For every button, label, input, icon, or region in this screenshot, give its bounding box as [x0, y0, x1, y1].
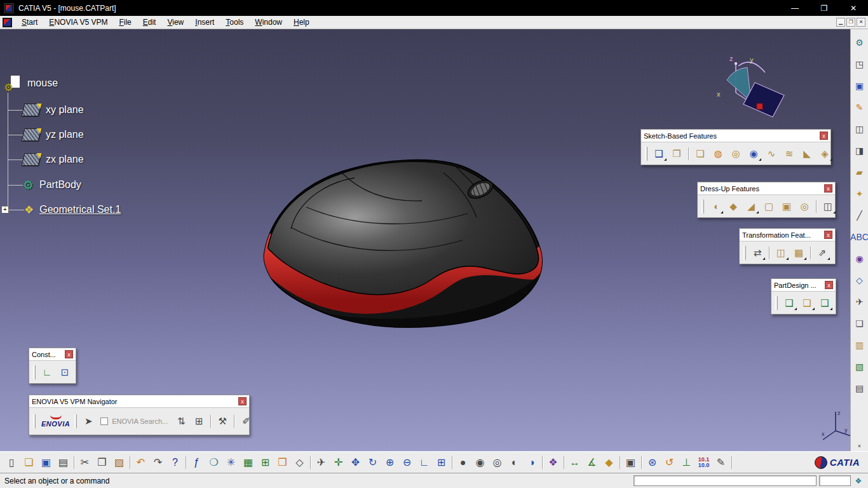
power-input[interactable] [819, 475, 851, 486]
scaling-icon[interactable]: ⇗ [814, 245, 831, 261]
zoom-out-icon[interactable]: ⊖ [398, 454, 416, 471]
enovia-connect-icon[interactable]: ➤ [80, 414, 97, 430]
menu-file[interactable]: File [113, 16, 137, 29]
rectangular-pattern-icon[interactable]: ▦ [790, 245, 807, 261]
catalog-browser-icon[interactable]: ❒ [274, 454, 291, 471]
tree-item-partbody[interactable]: PartBody [39, 179, 81, 191]
toolbar-transformation-features[interactable]: Transformation Feat... x ⇄ ◫ ▦ ⇗ [739, 228, 836, 264]
cut-icon[interactable]: ✂ [76, 454, 93, 471]
shading-edges-icon[interactable]: ◉ [471, 454, 489, 471]
table-edit-icon[interactable]: ⊞ [257, 454, 274, 471]
close-toolbar-button[interactable]: x [824, 184, 832, 193]
surfaces-icon[interactable]: ◨ [853, 144, 867, 158]
grid-icon[interactable]: ▥ [853, 338, 867, 352]
drafted-filleted-pad-icon[interactable]: ❒ [668, 146, 685, 161]
tree-expand-button[interactable]: + [1, 206, 9, 214]
render-style-icon[interactable]: ◐ [506, 454, 523, 471]
edge-fillet-icon[interactable]: ◖ [707, 198, 724, 214]
menu-window[interactable]: Window [249, 16, 288, 29]
vpm-save-icon[interactable]: ⚒ [214, 414, 231, 430]
toolbar-dress-up-features[interactable]: Dress-Up Features x ◖ ◆ ◢ ▢ ▣ ◎ ◫ [697, 182, 836, 218]
paste-icon[interactable]: ▨ [111, 454, 128, 471]
swap-visible-space-icon[interactable]: ❖ [545, 454, 562, 471]
tree-item-zx-plane[interactable]: zx plane [46, 154, 84, 165]
menu-insert[interactable]: Insert [189, 16, 220, 29]
chamfer-icon[interactable]: ◆ [725, 198, 742, 214]
toolbar-sketch-based-features[interactable]: Sketch-Based Features x ❑ ❒ ❏ ◍ ◎ ◉ ∿ ≋ … [641, 129, 831, 165]
toolbar-title-bar[interactable]: Const... x [29, 348, 76, 361]
fit-all-in-icon[interactable]: ✛ [330, 454, 347, 471]
shading-icon[interactable]: ● [454, 454, 471, 471]
doc-restore-button[interactable]: ❐ [846, 18, 855, 27]
geometrical-set-icon[interactable]: ❖ [24, 205, 34, 215]
stiffener-icon[interactable]: ◣ [799, 146, 815, 161]
zx-plane-icon[interactable] [22, 153, 42, 166]
knowledge-inspector-icon[interactable]: ✳ [222, 454, 240, 471]
mirror-icon[interactable]: ◫ [773, 245, 789, 261]
tree-item-xy-plane[interactable]: xy plane [46, 104, 84, 116]
reference-plane-icon[interactable]: ▰ [853, 165, 867, 179]
apply-material-icon[interactable]: ◉ [853, 252, 867, 266]
hide-show-icon[interactable]: ◑ [523, 454, 540, 471]
close-toolbar-button[interactable]: x [824, 231, 832, 239]
multi-pad-icon[interactable]: ◫ [853, 122, 867, 136]
redo-icon[interactable]: ↷ [149, 454, 166, 471]
vpm-attributes-icon[interactable]: ⇅ [173, 414, 189, 430]
close-toolbar-button[interactable]: x [65, 350, 73, 358]
menu-tools[interactable]: Tools [220, 16, 249, 29]
toolbar-grip[interactable] [645, 147, 648, 161]
new-document-icon[interactable]: ▯ [3, 454, 20, 471]
toolbar-title-bar[interactable]: Dress-Up Features x [698, 182, 835, 195]
3d-viewport[interactable]: ⚙ mouse xy plane yz plane zx plane ⚙ Par… [0, 29, 850, 451]
fly-mode-icon[interactable]: ✈ [313, 454, 330, 471]
mass-properties-icon[interactable]: ◆ [600, 454, 618, 471]
xy-plane-icon[interactable] [22, 104, 42, 116]
annotate-icon[interactable]: ✎ [712, 454, 729, 471]
close-button[interactable]: ✕ [839, 0, 868, 16]
library-icon[interactable]: ◇ [291, 454, 308, 471]
draft-angle-icon[interactable]: ◢ [743, 198, 759, 214]
constraint-icon[interactable]: ∟ [39, 364, 55, 380]
toolbar-overflow-indicator[interactable]: × [858, 443, 861, 449]
rotate-icon[interactable]: ↻ [364, 454, 381, 471]
session-replay-icon[interactable]: ↺ [661, 454, 678, 471]
toolbar-title-bar[interactable]: PartDesign ... x [771, 279, 836, 292]
tree-item-yz-plane[interactable]: yz plane [46, 129, 84, 140]
toolbar-grip[interactable] [702, 200, 704, 214]
restore-button[interactable]: ❐ [810, 0, 839, 16]
data-upward-assistant-icon[interactable]: 10.1 10.0 [695, 454, 712, 471]
doc-minimize-button[interactable]: ▁ [836, 18, 845, 27]
close-toolbar-button[interactable]: x [820, 132, 828, 140]
zoom-in-icon[interactable]: ⊕ [381, 454, 398, 471]
toolbar-grip[interactable] [775, 296, 778, 310]
vpm-expand-icon[interactable]: ⊞ [191, 414, 207, 430]
update-icon[interactable]: ⚙ [853, 36, 867, 50]
translation-icon[interactable]: ⇄ [749, 245, 766, 261]
normal-view-icon[interactable]: ∟ [416, 454, 433, 471]
enovia-search-checkbox[interactable] [100, 417, 108, 425]
pad-icon[interactable]: ❑ [651, 146, 667, 161]
measure-item-icon[interactable]: ∡ [583, 454, 600, 471]
save-icon[interactable]: ▣ [37, 454, 55, 471]
toolbar-grip[interactable] [33, 414, 36, 428]
compass-manipulation-handle[interactable] [757, 104, 763, 109]
fly-icon[interactable]: ✈ [853, 295, 867, 309]
wireframe-icon[interactable]: ◎ [489, 454, 506, 471]
paste-special-icon[interactable]: ▣ [853, 79, 867, 93]
analysis-icon[interactable]: ◇ [853, 273, 867, 287]
toolbar-partdesign[interactable]: PartDesign ... x ❑ ❑ ❑ [771, 278, 836, 315]
3d-compass[interactable]: z y x [710, 51, 793, 122]
whats-this-help-icon[interactable]: ? [166, 454, 184, 471]
remove-face-icon[interactable]: ◫ [820, 198, 836, 214]
close-toolbar-button[interactable]: x [825, 281, 833, 289]
tree-item-geometrical-set[interactable]: Geometrical Set.1 [39, 204, 121, 215]
toolbar-enovia-navigator[interactable]: ENOVIA V5 VPM Navigator x ENOVIA ➤ ENOVI… [29, 395, 250, 435]
toolbar-grip[interactable] [743, 246, 746, 260]
tree-root-label[interactable]: mouse [27, 78, 58, 89]
shaft-icon[interactable]: ◍ [710, 146, 726, 161]
groove-icon[interactable]: ◎ [728, 146, 744, 161]
print-icon[interactable]: ▤ [55, 454, 72, 471]
menu-edit[interactable]: Edit [137, 16, 162, 29]
partbody-icon[interactable]: ⚙ [23, 179, 34, 191]
close-toolbar-button[interactable]: x [238, 397, 247, 405]
